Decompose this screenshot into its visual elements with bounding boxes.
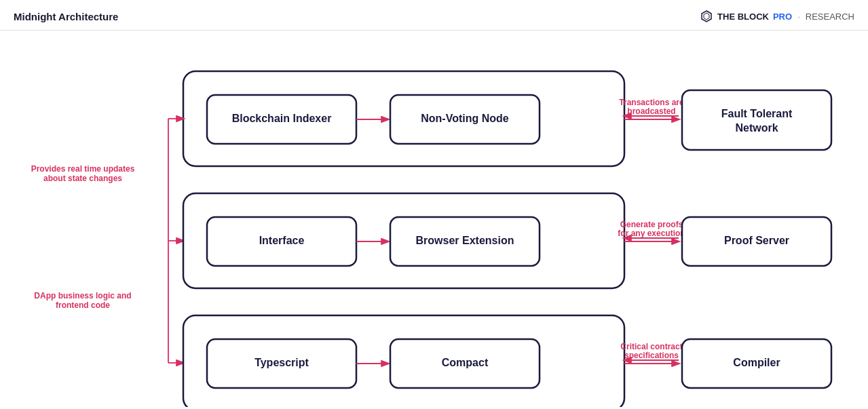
logo-area: THE BLOCK PRO · RESEARCH — [700, 9, 854, 23]
left-label-row1: Provides real time updates — [31, 164, 135, 174]
proof-server-label: Proof Server — [724, 235, 789, 246]
diagram-area: Blockchain Indexer Non-Voting Node Trans… — [0, 31, 868, 407]
row3-right-label2: specifications — [624, 351, 679, 360]
left-label-row2: DApp business logic and — [34, 291, 131, 300]
diagram-svg: Blockchain Indexer Non-Voting Node Trans… — [0, 31, 868, 407]
fault-tolerant-network-label2: Network — [735, 122, 778, 134]
row2-right-label: Generate proofs — [620, 220, 683, 229]
page-title: Midnight Architecture — [14, 11, 118, 22]
header: Midnight Architecture THE BLOCK PRO · RE… — [0, 0, 868, 31]
interface-label: Interface — [259, 235, 305, 246]
row1-right-label: Transactions are — [619, 98, 684, 107]
left-label-row2b: frontend code — [56, 300, 110, 310]
browser-extension-label: Browser Extension — [416, 235, 514, 246]
blockchain-indexer-label: Blockchain Indexer — [232, 113, 332, 124]
logo-separator: · — [797, 12, 800, 22]
hex-icon — [700, 9, 713, 23]
logo-research: RESEARCH — [806, 12, 854, 22]
svg-marker-1 — [704, 13, 709, 20]
left-label-row1b: about state changes — [43, 174, 122, 183]
logo-brand: THE BLOCK — [717, 12, 769, 22]
row3-right-label: Critical contract — [620, 342, 682, 351]
non-voting-node-label: Non-Voting Node — [421, 113, 509, 124]
svg-marker-0 — [702, 11, 711, 22]
logo-pro: PRO — [773, 12, 792, 22]
svg-rect-10 — [682, 90, 831, 150]
row1-right-label2: broadcasted — [627, 106, 675, 116]
compiler-label: Compiler — [733, 357, 780, 368]
fault-tolerant-network-label: Fault Tolerant — [721, 108, 793, 119]
typescript-label: Typescript — [254, 357, 309, 368]
row2-right-label2: for any execution — [618, 229, 685, 238]
compact-label: Compact — [442, 357, 489, 368]
